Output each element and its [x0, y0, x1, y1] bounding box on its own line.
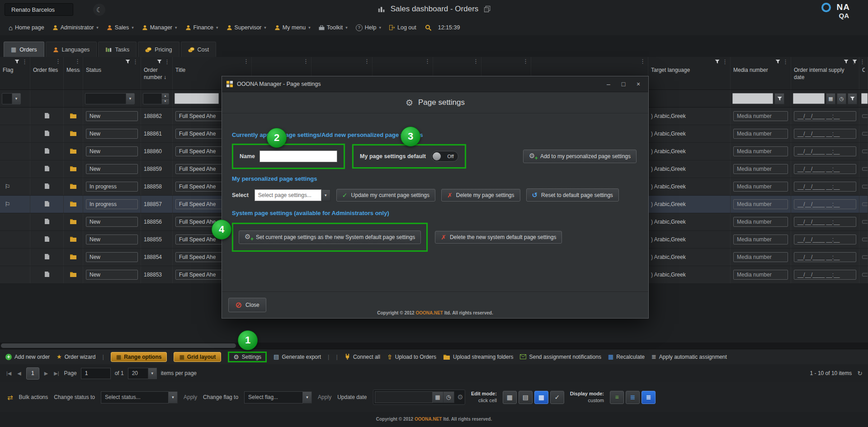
search-icon[interactable] [425, 24, 432, 31]
column-menu-icon[interactable]: ⋮ [75, 59, 80, 64]
edit-mode-confirm-button[interactable]: ✓ [550, 391, 564, 404]
column-menu-icon[interactable]: ⋮ [364, 59, 370, 64]
or-filter-input[interactable] [861, 93, 868, 104]
column-menu-icon[interactable]: ⋮ [243, 59, 249, 64]
clock-icon[interactable]: ◷ [837, 93, 846, 104]
edit-mode-grid-button[interactable]: ▦ [503, 391, 517, 404]
column-header-media-number[interactable]: ⋮ Media number [731, 57, 791, 89]
horizontal-scrollbar[interactable] [0, 343, 868, 349]
reset-default-button[interactable]: ↺ Reset to default page settings [526, 188, 619, 202]
search-button[interactable] [420, 23, 436, 33]
scrollbar-thumb[interactable] [1, 343, 236, 348]
copy-icon[interactable] [484, 6, 490, 12]
page-size-select[interactable]: 20 ▾ [128, 368, 157, 379]
tab-languages[interactable]: Languages [46, 42, 97, 57]
step-up-icon[interactable]: ▴ [162, 94, 169, 99]
column-header-order-internal-supply-date[interactable]: ⋮ Order internal supply date [791, 57, 859, 89]
page-1-button[interactable]: 1 [26, 367, 39, 380]
next-page-button[interactable]: ▶ [43, 371, 49, 376]
maximize-button[interactable]: □ [618, 80, 629, 88]
display-mode-custom-button[interactable]: ≣ [642, 391, 656, 404]
calendar-icon[interactable]: ▦ [433, 391, 443, 403]
delete-personal-button[interactable]: ✗ Delete my page settings [441, 189, 520, 202]
display-mode-detail-button[interactable]: ≣ [626, 391, 640, 404]
flag-filter[interactable]: ▾ [2, 93, 21, 104]
menu-item-home-page[interactable]: ⌂Home page [5, 23, 48, 33]
apply-status-button[interactable]: Apply [184, 394, 197, 400]
menu-item-administrator[interactable]: Administrator▾ [48, 23, 103, 33]
toolbar-item-generate-export[interactable]: ▤Generate export [274, 354, 321, 360]
column-header-order-files[interactable]: ⋮ Order files [30, 57, 64, 89]
chevron-down-icon[interactable]: ▾ [321, 189, 330, 201]
clock-icon[interactable]: ◷ [443, 391, 454, 403]
name-input[interactable] [259, 150, 337, 162]
column-menu-icon[interactable]: ⋮ [303, 59, 309, 64]
order-internal-supply-date-filter-input[interactable] [793, 93, 825, 104]
filter-button[interactable] [848, 93, 857, 104]
column-menu-icon[interactable]: ⋮ [640, 59, 646, 64]
order-files-icon[interactable] [44, 130, 50, 138]
messages-icon[interactable] [70, 130, 77, 137]
menu-item-finance[interactable]: Finance▾ [181, 23, 222, 33]
delete-system-default-button[interactable]: ✗ Delete the new system default page set… [435, 231, 562, 244]
chevron-down-icon[interactable]: ▾ [169, 391, 178, 404]
column-header-target-language[interactable]: ⋮ Target language [648, 57, 731, 89]
tab-tasks[interactable]: Tasks [98, 42, 137, 57]
first-page-button[interactable]: |◀ [5, 371, 12, 376]
column-menu-icon[interactable]: ⋮ [722, 60, 728, 64]
toolbar-item-upload-to-orders[interactable]: ⇧Upload to Orders [387, 354, 436, 360]
column-menu-icon[interactable]: ⋮ [473, 59, 479, 64]
toolbar-item-grid-layout[interactable]: ▦Grid layout [174, 352, 221, 362]
tab-orders[interactable]: ▦Orders [4, 42, 44, 57]
column-menu-icon[interactable]: ⋮ [55, 59, 61, 64]
messages-icon[interactable] [70, 253, 77, 261]
messages-icon[interactable] [70, 201, 77, 208]
order-files-icon[interactable] [44, 113, 50, 120]
edit-mode-form-button[interactable]: ▤ [519, 391, 533, 404]
column-header-messa[interactable]: ⋮ Messa [64, 57, 83, 89]
set-system-default-button[interactable]: ⚙+ Set current page settings as the new … [239, 230, 421, 244]
apply-flag-button[interactable]: Apply [318, 394, 331, 400]
menu-item-help[interactable]: ?Help▾ [352, 23, 385, 33]
step-down-icon[interactable]: ▾ [162, 99, 169, 104]
flag-select[interactable]: Select flag... ▾ [244, 391, 312, 404]
order-files-icon[interactable] [44, 201, 50, 208]
page-settings-select[interactable]: Select page settings... ▾ [255, 189, 330, 201]
update-date-input[interactable] [375, 391, 433, 403]
order-files-icon[interactable] [44, 148, 50, 155]
chevron-down-icon[interactable]: ▾ [12, 94, 20, 104]
theme-toggle-button[interactable]: ☾ [93, 4, 105, 16]
chevron-down-icon[interactable]: ▾ [126, 94, 134, 104]
messages-icon[interactable] [70, 148, 77, 155]
prev-page-button[interactable]: ◀ [16, 371, 22, 376]
column-menu-icon[interactable]: ⋮ [425, 59, 430, 64]
column-menu-icon[interactable]: ⋮ [22, 60, 28, 64]
edit-mode-cell-button[interactable]: ▦ [534, 391, 548, 404]
column-menu-icon[interactable]: ⋮ [164, 60, 170, 64]
toolbar-item-add-new-order[interactable]: +Add new order [5, 354, 50, 360]
page-number-input[interactable]: 1 [81, 368, 111, 379]
toolbar-item-settings[interactable]: 1 ⚙Settings [228, 352, 267, 362]
messages-icon[interactable] [70, 113, 77, 120]
filter-button[interactable] [774, 93, 784, 104]
toolbar-item-range-options[interactable]: ▦Range options [111, 352, 167, 362]
dialog-titlebar[interactable]: OOONA Manager - Page settings – □ × [222, 76, 648, 92]
tab-pricing[interactable]: Pricing [138, 42, 179, 57]
menu-item-toolkit[interactable]: Toolkit▾ [315, 23, 352, 33]
column-menu-icon[interactable]: ⋮ [132, 60, 138, 64]
messages-icon[interactable] [70, 271, 77, 278]
toolbar-item-send-assignment-notifications[interactable]: Send assignment notifications [520, 354, 601, 360]
menu-item-my-menu[interactable]: My menu▾ [270, 23, 315, 33]
column-header-or[interactable]: ⋮ Or [859, 57, 868, 89]
order-files-icon[interactable] [44, 183, 50, 191]
last-page-button[interactable]: ▶| [53, 371, 60, 376]
user-menu[interactable]: Renato Barcelos [5, 3, 73, 16]
title-filter-input[interactable] [175, 93, 219, 104]
menu-item-supervisor[interactable]: Supervisor▾ [222, 23, 270, 33]
column-header-status[interactable]: ⋮ Status [83, 57, 141, 89]
column-header-flag[interactable]: ⋮ Flag [0, 57, 30, 89]
chevron-down-icon[interactable]: ▾ [148, 368, 156, 379]
refresh-icon[interactable]: ↻ [857, 370, 863, 376]
messages-icon[interactable] [70, 218, 77, 225]
media-number-filter-input[interactable] [732, 93, 773, 104]
